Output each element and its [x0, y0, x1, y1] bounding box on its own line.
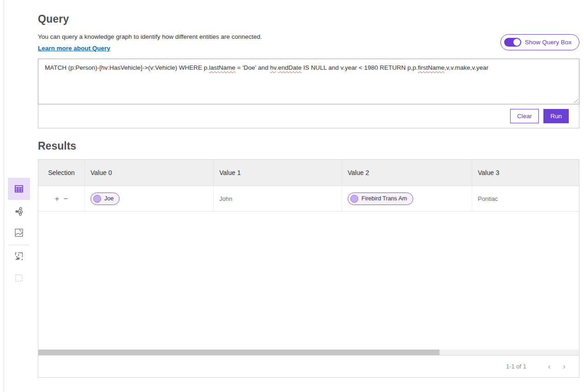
learn-more-link[interactable]: Learn more about Query — [38, 45, 110, 52]
query-page: Query You can query a knowledge graph to… — [0, 0, 584, 392]
selection-tool-button — [8, 272, 30, 283]
previous-page-button[interactable]: ‹ — [542, 362, 557, 371]
horizontal-scrollbar[interactable] — [38, 350, 579, 355]
panel-left-border — [4, 0, 4, 392]
query-text-misspelled-word: lastName — [209, 64, 235, 71]
query-text-misspelled-word: firstName — [418, 64, 445, 71]
map-icon — [13, 227, 24, 238]
table-empty-area — [38, 211, 579, 350]
query-text-segment: MATCH (p:Person)-[hv:HasVehicle]->(v:Veh… — [45, 64, 209, 71]
selection-cell: +− — [38, 186, 85, 211]
query-text-misspelled-word: endDate — [278, 64, 301, 71]
query-text: MATCH (p:Person)-[hv:HasVehicle]->(v:Veh… — [45, 64, 488, 71]
column-header-value-2: Value 2 — [342, 160, 472, 186]
rail-divider — [8, 245, 30, 245]
results-panel: SelectionValue 0Value 1Value 2Value 3 +−… — [38, 159, 579, 378]
remove-from-selection-button[interactable]: − — [64, 195, 68, 203]
toggle-label: Show Query Box — [525, 39, 572, 46]
column-header-value-3: Value 3 — [472, 160, 579, 186]
column-header-selection: Selection — [38, 160, 85, 186]
main-content: Query You can query a knowledge graph to… — [38, 0, 579, 378]
table-icon — [13, 183, 24, 194]
entity-chip[interactable]: Firebird Trans Am — [348, 193, 413, 205]
link-chart-view-button[interactable] — [8, 206, 30, 217]
pagination-range: 1-1 of 1 — [506, 363, 526, 370]
entity-chip-label: Firebird Trans Am — [361, 195, 407, 202]
entity-chip-label: Joe — [104, 195, 114, 202]
results-view-rail — [8, 178, 30, 283]
dashed-square-icon — [13, 272, 24, 283]
add-results-to-map-button[interactable] — [8, 251, 30, 262]
value-cell: Pontiac — [472, 186, 579, 211]
entity-icon — [93, 195, 101, 203]
add-to-map-icon — [13, 251, 24, 262]
toggle-knob — [513, 39, 520, 46]
query-text-segment: ,v,v.make,v.year — [445, 64, 488, 71]
clear-button[interactable]: Clear — [510, 109, 539, 123]
query-text-misspelled-word: hv — [270, 64, 276, 71]
value-cell: John — [214, 186, 342, 211]
query-text-segment: = 'Doe' and — [235, 64, 270, 71]
entity-chip[interactable]: Joe — [90, 193, 120, 205]
toggle-switch-icon — [504, 38, 521, 47]
resize-handle[interactable] — [572, 97, 578, 103]
results-table-view-button[interactable] — [8, 178, 30, 200]
results-footer: 1-1 of 1 ‹ › — [38, 355, 579, 377]
table-row: +−JoeJohnFirebird Trans AmPontiac — [38, 186, 579, 211]
table-body: +−JoeJohnFirebird Trans AmPontiac — [38, 186, 579, 211]
column-header-value-0: Value 0 — [85, 160, 214, 186]
results-title: Results — [38, 140, 579, 152]
value-cell: Firebird Trans Am — [342, 186, 472, 211]
query-panel: MATCH (p:Person)-[hv:HasVehicle]->(v:Veh… — [38, 59, 579, 128]
column-header-value-1: Value 1 — [214, 160, 342, 186]
query-footer: Clear Run — [38, 104, 579, 128]
query-input[interactable]: MATCH (p:Person)-[hv:HasVehicle]->(v:Veh… — [38, 59, 579, 104]
add-to-selection-button[interactable]: + — [55, 195, 60, 203]
table-header-row: SelectionValue 0Value 1Value 2Value 3 — [38, 160, 579, 186]
page-description: You can query a knowledge graph to ident… — [38, 33, 579, 40]
query-text-segment: IS NULL and v.year < 1980 RETURN p,p. — [301, 64, 418, 71]
next-page-button[interactable]: › — [557, 362, 572, 371]
run-button[interactable]: Run — [543, 109, 569, 123]
map-view-button[interactable] — [8, 227, 30, 238]
page-title: Query — [38, 13, 579, 25]
value-cell: Joe — [85, 186, 214, 211]
link-chart-icon — [13, 206, 24, 217]
show-query-box-toggle[interactable]: Show Query Box — [500, 34, 579, 50]
scrollbar-thumb[interactable] — [38, 350, 440, 355]
entity-icon — [350, 195, 358, 203]
